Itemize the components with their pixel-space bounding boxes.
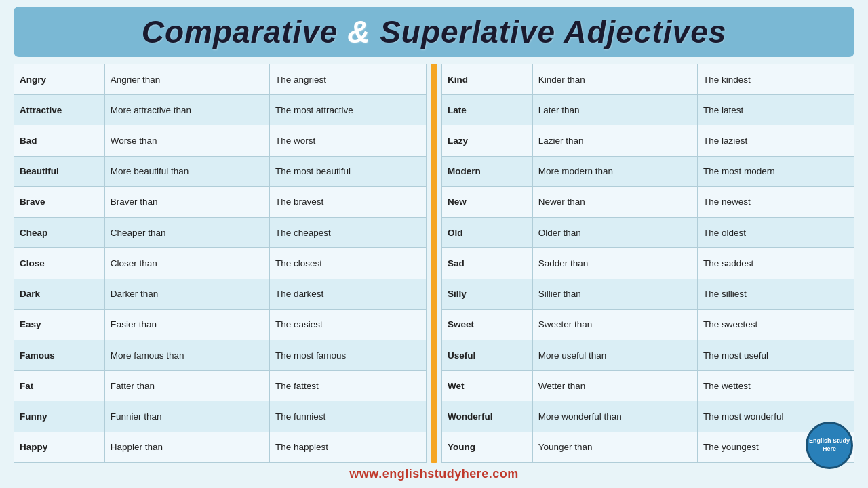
- left-cell-2-2: The worst: [269, 125, 426, 156]
- right-cell-5-1: Older than: [532, 218, 697, 248]
- table-row: LazyLazier thanThe laziest: [442, 125, 854, 156]
- left-cell-6-2: The closest: [269, 248, 426, 279]
- right-cell-7-0: Silly: [442, 279, 533, 309]
- left-cell-12-2: The happiest: [269, 432, 426, 462]
- table-row: CheapCheaper thanThe cheapest: [14, 218, 427, 248]
- right-cell-0-0: Kind: [442, 64, 533, 95]
- table-row: HappyHappier thanThe happiest: [14, 432, 427, 462]
- right-cell-1-2: The latest: [697, 95, 854, 125]
- table-row: EasyEasier thanThe easiest: [14, 309, 427, 340]
- left-cell-10-2: The fattest: [269, 371, 426, 401]
- table-row: FunnyFunnier thanThe funniest: [14, 401, 427, 432]
- right-cell-6-1: Sadder than: [532, 248, 697, 279]
- right-cell-10-0: Wet: [442, 371, 533, 401]
- table-row: OldOlder thanThe oldest: [442, 218, 854, 248]
- table-row: SillySillier thanThe silliest: [442, 279, 854, 309]
- left-cell-4-0: Brave: [14, 186, 105, 217]
- right-cell-8-1: Sweeter than: [532, 309, 697, 340]
- table-row: WonderfulMore wonderful thanThe most won…: [442, 401, 854, 432]
- right-cell-11-0: Wonderful: [442, 401, 533, 432]
- table-row: AngryAngrier thanThe angriest: [14, 64, 427, 95]
- right-cell-3-1: More modern than: [532, 156, 697, 186]
- left-cell-10-1: Fatter than: [104, 371, 269, 401]
- left-cell-6-0: Close: [14, 248, 105, 279]
- left-cell-4-2: The bravest: [269, 186, 426, 217]
- right-cell-0-1: Kinder than: [532, 64, 697, 95]
- right-cell-2-0: Lazy: [442, 125, 533, 156]
- page: Comparative & Superlative Adjectives Ang…: [0, 0, 868, 488]
- left-cell-7-0: Dark: [14, 279, 105, 309]
- left-cell-1-0: Attractive: [14, 95, 105, 125]
- table-row: FamousMore famous thanThe most famous: [14, 340, 427, 370]
- right-cell-4-1: Newer than: [532, 186, 697, 217]
- left-cell-8-0: Easy: [14, 309, 105, 340]
- divider: [431, 64, 437, 463]
- right-cell-7-1: Sillier than: [532, 279, 697, 309]
- right-cell-10-2: The wettest: [697, 371, 854, 401]
- right-cell-5-0: Old: [442, 218, 533, 248]
- table-row: FatFatter thanThe fattest: [14, 371, 427, 401]
- right-cell-3-0: Modern: [442, 156, 533, 186]
- left-cell-11-1: Funnier than: [104, 401, 269, 432]
- table-row: SadSadder thanThe saddest: [442, 248, 854, 279]
- table-row: SweetSweeter thanThe sweetest: [442, 309, 854, 340]
- left-cell-5-2: The cheapest: [269, 218, 426, 248]
- table-row: BeautifulMore beautiful thanThe most bea…: [14, 156, 427, 186]
- left-cell-6-1: Closer than: [104, 248, 269, 279]
- left-cell-9-1: More famous than: [104, 340, 269, 370]
- right-cell-6-2: The saddest: [697, 248, 854, 279]
- table-row: BadWorse thanThe worst: [14, 125, 427, 156]
- left-cell-0-1: Angrier than: [104, 64, 269, 95]
- table-row: WetWetter thanThe wettest: [442, 371, 854, 401]
- right-cell-1-0: Late: [442, 95, 533, 125]
- right-cell-0-2: The kindest: [697, 64, 854, 95]
- left-cell-1-2: The most attractive: [269, 95, 426, 125]
- left-cell-7-1: Darker than: [104, 279, 269, 309]
- logo: English StudyHere: [806, 422, 853, 469]
- table-row: BraveBraver thanThe bravest: [14, 186, 427, 217]
- right-cell-9-2: The most useful: [697, 340, 854, 370]
- left-cell-1-1: More attractive than: [104, 95, 269, 125]
- table-row: UsefulMore useful thanThe most useful: [442, 340, 854, 370]
- left-cell-2-0: Bad: [14, 125, 105, 156]
- table-row: LateLater thanThe latest: [442, 95, 854, 125]
- right-cell-4-2: The newest: [697, 186, 854, 217]
- title-ampersand: &: [347, 14, 380, 49]
- logo-text: English StudyHere: [809, 437, 850, 453]
- left-cell-3-1: More beautiful than: [104, 156, 269, 186]
- table-row: NewNewer thanThe newest: [442, 186, 854, 217]
- left-cell-11-0: Funny: [14, 401, 105, 432]
- right-cell-8-2: The sweetest: [697, 309, 854, 340]
- right-cell-8-0: Sweet: [442, 309, 533, 340]
- table-row: AttractiveMore attractive thanThe most a…: [14, 95, 427, 125]
- right-cell-5-2: The oldest: [697, 218, 854, 248]
- left-cell-8-1: Easier than: [104, 309, 269, 340]
- right-cell-7-2: The silliest: [697, 279, 854, 309]
- left-cell-7-2: The darkest: [269, 279, 426, 309]
- title-superlative: Superlative Adjectives: [380, 14, 726, 49]
- left-cell-5-0: Cheap: [14, 218, 105, 248]
- left-cell-10-0: Fat: [14, 371, 105, 401]
- right-cell-6-0: Sad: [442, 248, 533, 279]
- header: Comparative & Superlative Adjectives: [14, 7, 854, 57]
- left-cell-12-1: Happier than: [104, 432, 269, 462]
- right-cell-9-0: Useful: [442, 340, 533, 370]
- right-cell-11-1: More wonderful than: [532, 401, 697, 432]
- right-cell-12-1: Younger than: [532, 432, 697, 462]
- left-cell-9-0: Famous: [14, 340, 105, 370]
- left-cell-12-0: Happy: [14, 432, 105, 462]
- table-row: DarkDarker thanThe darkest: [14, 279, 427, 309]
- left-table: AngryAngrier thanThe angriestAttractiveM…: [14, 64, 427, 463]
- right-cell-4-0: New: [442, 186, 533, 217]
- left-cell-5-1: Cheaper than: [104, 218, 269, 248]
- right-cell-2-2: The laziest: [697, 125, 854, 156]
- left-cell-4-1: Braver than: [104, 186, 269, 217]
- right-cell-9-1: More useful than: [532, 340, 697, 370]
- footer[interactable]: www.englishstudyhere.com: [14, 463, 854, 483]
- table-row: YoungYounger thanThe youngest: [442, 432, 854, 462]
- footer-url: www.englishstudyhere.com: [349, 467, 518, 481]
- left-cell-3-2: The most beautiful: [269, 156, 426, 186]
- left-cell-3-0: Beautiful: [14, 156, 105, 186]
- left-cell-11-2: The funniest: [269, 401, 426, 432]
- left-cell-8-2: The easiest: [269, 309, 426, 340]
